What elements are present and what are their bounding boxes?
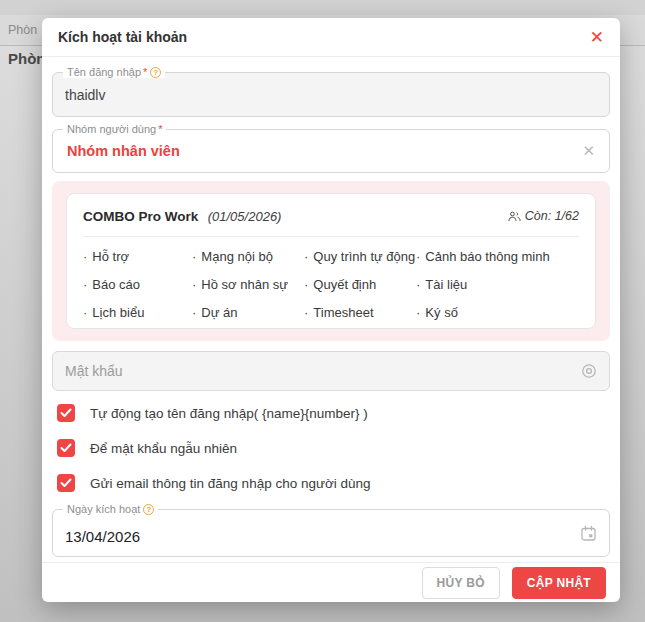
- combo-item: ·Cảnh báo thông minh: [416, 249, 579, 264]
- checkbox-checked-icon[interactable]: [57, 404, 75, 422]
- auto-username-option: Tự động tạo tên đăng nhập( {name}{number…: [52, 404, 610, 422]
- user-group-field[interactable]: Nhóm người dùng * Nhóm nhân viên ✕: [52, 129, 610, 173]
- send-email-option: Gửi email thông tin đăng nhập cho người …: [52, 474, 610, 492]
- combo-feature-list: ·Hỗ trợ ·Mạng nội bộ ·Quy trình tự động …: [83, 249, 579, 320]
- user-group-value: Nhóm nhân viên: [67, 143, 582, 159]
- combo-expiry-date: (01/05/2026): [208, 209, 282, 224]
- password-input: [65, 363, 581, 379]
- combo-name: COMBO Pro Work: [83, 209, 198, 224]
- help-icon[interactable]: ?: [150, 67, 161, 78]
- dialog-header: Kích hoạt tài khoản ✕: [42, 18, 620, 57]
- combo-package-card: COMBO Pro Work (01/05/2026) Còn: 1/62: [66, 193, 596, 329]
- calendar-icon[interactable]: [580, 525, 597, 542]
- username-field: Tên đăng nhập * ?: [52, 72, 610, 117]
- background-breadcrumb-fragment: Phòn: [8, 23, 37, 37]
- combo-remaining: Còn: 1/62: [508, 209, 579, 223]
- background-page-title-fragment: Phòn: [8, 50, 46, 67]
- combo-item: ·Ký số: [416, 305, 579, 320]
- combo-item: ·Báo cáo: [83, 277, 192, 292]
- activation-date-input[interactable]: [65, 522, 580, 545]
- combo-divider: [83, 236, 579, 237]
- required-asterisk: *: [158, 123, 162, 135]
- combo-item: ·Quy trình tự động: [304, 249, 416, 264]
- password-field: [52, 351, 610, 391]
- submit-button[interactable]: CẬP NHẬT: [512, 567, 606, 599]
- checkbox-label: Để mật khẩu ngẫu nhiên: [90, 441, 237, 456]
- required-asterisk: *: [143, 66, 147, 78]
- activation-date-field[interactable]: Ngày kích hoạt ?: [52, 509, 610, 557]
- checkbox-label: Gửi email thông tin đăng nhập cho người …: [90, 476, 371, 491]
- combo-remaining-text: Còn: 1/62: [525, 209, 579, 223]
- checkbox-checked-icon[interactable]: [57, 474, 75, 492]
- combo-item: ·Hỗ trợ: [83, 249, 192, 264]
- username-input: [65, 87, 597, 103]
- combo-item: ·Timesheet: [304, 305, 416, 320]
- combo-item: ·Lịch biểu: [83, 305, 192, 320]
- cancel-button[interactable]: HỦY BỎ: [422, 567, 500, 599]
- combo-item: ·Dự án: [192, 305, 304, 320]
- activate-account-dialog: Kích hoạt tài khoản ✕ Tên đăng nhập * ? …: [42, 18, 620, 602]
- combo-header: COMBO Pro Work (01/05/2026) Còn: 1/62: [83, 207, 579, 225]
- help-icon[interactable]: ?: [143, 504, 154, 515]
- checkbox-label: Tự động tạo tên đăng nhập( {name}{number…: [90, 406, 368, 421]
- combo-item: ·Tài liệu: [416, 277, 579, 292]
- checkbox-checked-icon[interactable]: [57, 439, 75, 457]
- activation-date-label: Ngày kích hoạt ?: [63, 503, 158, 515]
- combo-item: ·Quyết định: [304, 277, 416, 292]
- page: Phòn Phòn Kích hoạt tài khoản ✕ Tên đăng…: [0, 0, 645, 622]
- dialog-body: Tên đăng nhập * ? Nhóm người dùng * Nhóm…: [42, 57, 620, 557]
- combo-item: ·Hồ sơ nhân sự: [192, 277, 304, 292]
- user-group-label: Nhóm người dùng *: [63, 123, 166, 135]
- clear-icon[interactable]: ✕: [582, 142, 595, 160]
- dialog-footer: HỦY BỎ CẬP NHẬT: [42, 562, 620, 602]
- users-icon: [508, 211, 521, 222]
- username-label: Tên đăng nhập * ?: [63, 66, 165, 78]
- close-icon[interactable]: ✕: [590, 29, 604, 46]
- background-top-bar: [0, 0, 645, 15]
- combo-item: ·Mạng nội bộ: [192, 249, 304, 264]
- eye-icon[interactable]: [581, 363, 597, 379]
- dialog-title: Kích hoạt tài khoản: [58, 29, 187, 45]
- random-password-option: Để mật khẩu ngẫu nhiên: [52, 439, 610, 457]
- combo-package-panel: COMBO Pro Work (01/05/2026) Còn: 1/62: [52, 181, 610, 341]
